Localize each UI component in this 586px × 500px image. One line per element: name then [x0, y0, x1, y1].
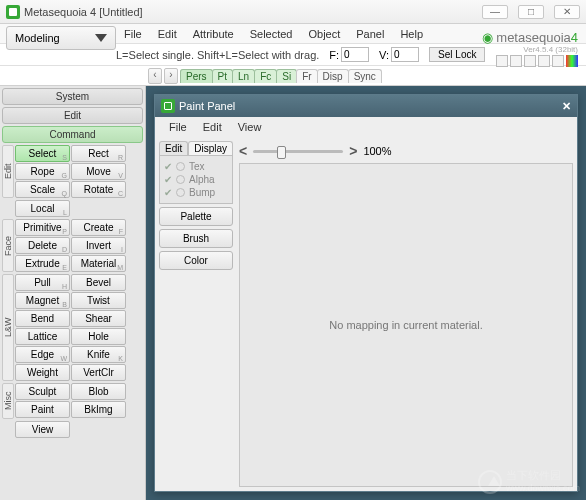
tool-extrude[interactable]: ExtrudeE [15, 255, 70, 272]
sel-lock-button[interactable]: Sel Lock [429, 47, 485, 62]
paint-panel-title: Paint Panel [179, 100, 235, 112]
brush-button[interactable]: Brush [159, 229, 233, 248]
tab-fc[interactable]: Fc [254, 69, 277, 83]
zoom-slider: < > 100% [239, 141, 573, 163]
viewport[interactable]: Paint Panel ✕ File Edit View Edit Displa… [146, 86, 586, 500]
tool-icon-3[interactable] [524, 55, 536, 67]
menu-edit[interactable]: Edit [150, 26, 185, 42]
app-icon [6, 5, 20, 19]
tab-fr[interactable]: Fr [296, 69, 317, 83]
brand-logo: ◉ metasequoia4 Ver4.5.4 (32bit) [482, 30, 578, 67]
tool-weight[interactable]: Weight [15, 364, 70, 381]
zoom-out-button[interactable]: < [239, 143, 247, 159]
tool-bend[interactable]: Bend [15, 310, 70, 327]
tool-lattice[interactable]: Lattice [15, 328, 70, 345]
paint-panel-close-icon[interactable]: ✕ [562, 100, 571, 113]
zoom-track[interactable] [253, 150, 343, 153]
check-icon[interactable]: ✔ [164, 161, 172, 172]
tool-scale[interactable]: ScaleQ [15, 181, 70, 198]
check-icon[interactable]: ✔ [164, 174, 172, 185]
color-button[interactable]: Color [159, 251, 233, 270]
tool-select[interactable]: SelectS [15, 145, 70, 162]
tab-si[interactable]: Si [276, 69, 297, 83]
color-bars-icon[interactable] [566, 55, 578, 67]
zoom-in-button[interactable]: > [349, 143, 357, 159]
tab-pers[interactable]: Pers [180, 69, 213, 83]
tool-invert[interactable]: InvertI [71, 237, 126, 254]
category-misc: Misc [2, 383, 14, 419]
view-tabs: ‹ › PersPtLnFcSiFrDispSync [0, 66, 586, 86]
tool-bevel[interactable]: Bevel [71, 274, 126, 291]
paint-panel-titlebar[interactable]: Paint Panel ✕ [155, 95, 577, 117]
tool-pull[interactable]: PullH [15, 274, 70, 291]
close-button[interactable]: ✕ [554, 5, 580, 19]
tab-nav-next[interactable]: › [164, 68, 178, 84]
menu-help[interactable]: Help [392, 26, 431, 42]
radio-tex[interactable] [176, 162, 185, 171]
edit-button[interactable]: Edit [2, 107, 143, 124]
category-face: Face [2, 219, 14, 272]
pp-tab-display[interactable]: Display [188, 141, 233, 155]
tool-magnet[interactable]: MagnetB [15, 292, 70, 309]
tool-rect[interactable]: RectR [71, 145, 126, 162]
tool-hole[interactable]: Hole [71, 328, 126, 345]
tool-primitive[interactable]: PrimitiveP [15, 219, 70, 236]
tab-ln[interactable]: Ln [232, 69, 255, 83]
mode-dropdown[interactable]: Modeling [6, 26, 116, 50]
menu-file[interactable]: File [116, 26, 150, 42]
tool-icon-2[interactable] [510, 55, 522, 67]
tab-nav-prev[interactable]: ‹ [148, 68, 162, 84]
menu-attribute[interactable]: Attribute [185, 26, 242, 42]
check-icon[interactable]: ✔ [164, 187, 172, 198]
tool-vertclr[interactable]: VertClr [71, 364, 126, 381]
tool-knife[interactable]: KnifeK [71, 346, 126, 363]
maximize-button[interactable]: □ [518, 5, 544, 19]
tool-view[interactable]: View [15, 421, 70, 438]
tab-pt[interactable]: Pt [212, 69, 233, 83]
menu-object[interactable]: Object [300, 26, 348, 42]
tool-icon-1[interactable] [496, 55, 508, 67]
pp-menu-file[interactable]: File [161, 119, 195, 135]
f-input[interactable] [341, 47, 369, 62]
tool-bkimg[interactable]: BkImg [71, 401, 126, 418]
tool-icon-5[interactable] [552, 55, 564, 67]
tool-local[interactable]: LocalL [15, 200, 70, 217]
menu-selected[interactable]: Selected [242, 26, 301, 42]
pp-checks: ✔Tex ✔Alpha ✔Bump [159, 155, 233, 204]
tool-sculpt[interactable]: Sculpt [15, 383, 70, 400]
tool-twist[interactable]: Twist [71, 292, 126, 309]
paint-panel-menu: File Edit View [155, 117, 577, 137]
zoom-value: 100% [363, 145, 391, 157]
tool-shear[interactable]: Shear [71, 310, 126, 327]
sidebar: System Edit Command EditSelectSRectRRope… [0, 86, 146, 500]
tool-delete[interactable]: DeleteD [15, 237, 70, 254]
system-button[interactable]: System [2, 88, 143, 105]
window-controls: — □ ✕ [482, 5, 580, 19]
tool-icon-4[interactable] [538, 55, 550, 67]
minimize-button[interactable]: — [482, 5, 508, 19]
tool-material[interactable]: MaterialM [71, 255, 126, 272]
hint-text: L=Select single. Shift+L=Select with dra… [116, 49, 319, 61]
pp-menu-edit[interactable]: Edit [195, 119, 230, 135]
tool-edge[interactable]: EdgeW [15, 346, 70, 363]
tool-rotate[interactable]: RotateC [71, 181, 126, 198]
f-label: F: [329, 49, 339, 61]
category-l&w: L&W [2, 274, 14, 381]
paint-canvas[interactable]: No mapping in current material. [239, 163, 573, 487]
v-input[interactable] [391, 47, 419, 62]
tool-blob[interactable]: Blob [71, 383, 126, 400]
menu-panel[interactable]: Panel [348, 26, 392, 42]
palette-button[interactable]: Palette [159, 207, 233, 226]
tab-disp[interactable]: Disp [317, 69, 349, 83]
radio-alpha[interactable] [176, 175, 185, 184]
pp-tab-edit[interactable]: Edit [159, 141, 188, 155]
pp-menu-view[interactable]: View [230, 119, 270, 135]
tab-sync[interactable]: Sync [348, 69, 382, 83]
command-button[interactable]: Command [2, 126, 143, 143]
tool-create[interactable]: CreateF [71, 219, 126, 236]
window-title: Metasequoia 4 [Untitled] [24, 6, 482, 18]
tool-rope[interactable]: RopeG [15, 163, 70, 180]
radio-bump[interactable] [176, 188, 185, 197]
tool-move[interactable]: MoveV [71, 163, 126, 180]
tool-paint[interactable]: Paint [15, 401, 70, 418]
